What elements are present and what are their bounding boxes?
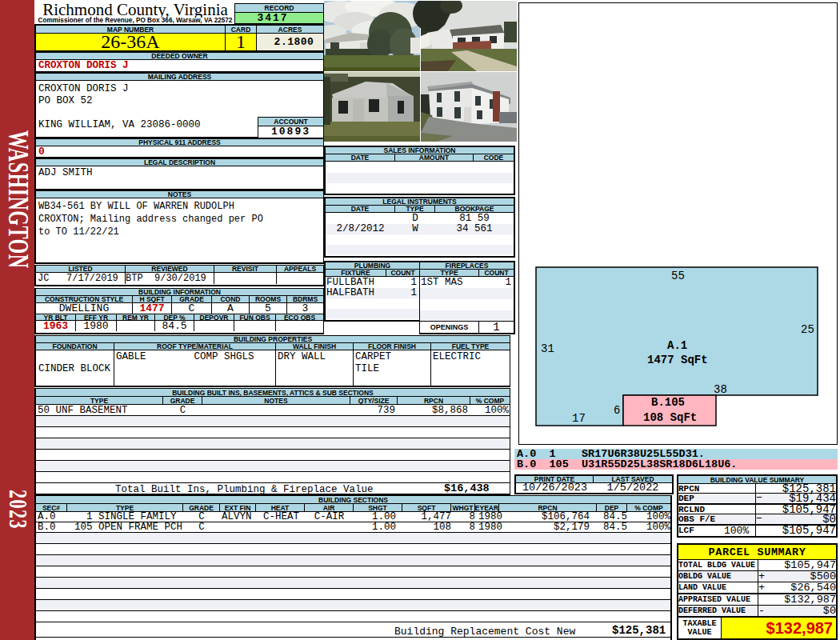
svg-text:A.1: A.1 bbox=[667, 339, 687, 352]
svg-text:55: 55 bbox=[671, 270, 685, 282]
svg-text:17: 17 bbox=[572, 412, 586, 425]
svg-text:25: 25 bbox=[801, 323, 814, 336]
svg-text:B.105: B.105 bbox=[651, 396, 685, 409]
svg-text:108 SqFt: 108 SqFt bbox=[643, 411, 697, 424]
svg-text:6: 6 bbox=[614, 404, 620, 417]
svg-text:31: 31 bbox=[541, 342, 554, 355]
svg-text:1477 SqFt: 1477 SqFt bbox=[647, 354, 708, 366]
svg-text:38: 38 bbox=[714, 383, 727, 396]
